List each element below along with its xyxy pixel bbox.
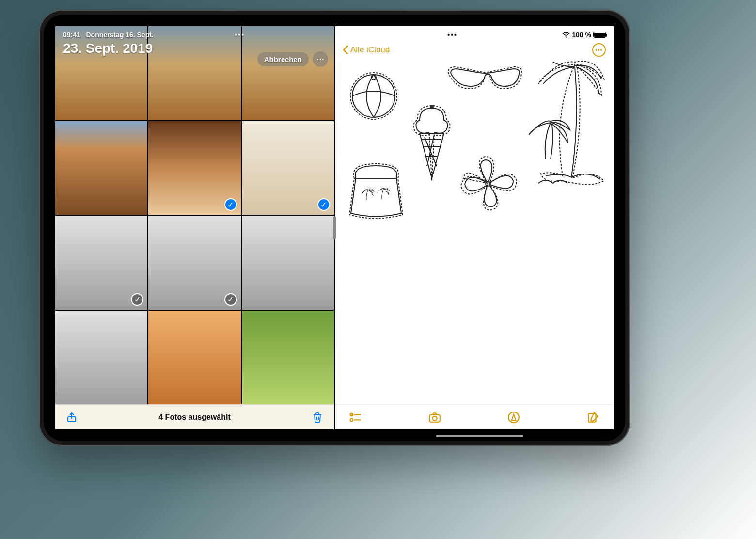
checklist-icon <box>349 411 362 424</box>
svg-point-1 <box>566 37 567 38</box>
camera-button[interactable] <box>428 411 441 424</box>
photo-thumbnail[interactable] <box>148 311 240 405</box>
svg-point-3 <box>352 75 395 117</box>
photos-toolbar: 4 Fotos ausgewählt <box>55 404 334 429</box>
chevron-left-icon <box>343 45 348 55</box>
status-bar-left: 09:41 Donnerstag 16. Sept. ••• <box>63 31 326 39</box>
ipad-screen: 09:41 Donnerstag 16. Sept. ••• 23. Sept.… <box>44 15 625 441</box>
note-canvas[interactable] <box>335 57 614 404</box>
selected-check-icon: ✓ <box>131 293 143 306</box>
delete-button[interactable] <box>311 411 324 424</box>
home-indicator[interactable] <box>145 435 233 437</box>
back-label: Alle iCloud <box>350 45 390 55</box>
status-battery: 100 % <box>562 31 606 39</box>
back-button[interactable]: Alle iCloud <box>343 45 390 55</box>
photo-thumbnail[interactable]: ✓ <box>55 216 147 310</box>
cancel-button[interactable]: Abbrechen <box>257 52 309 66</box>
checklist-button[interactable] <box>348 411 362 424</box>
status-time: 09:41 <box>63 31 80 39</box>
selected-check-icon: ✓ <box>317 198 330 211</box>
photos-app: 09:41 Donnerstag 16. Sept. ••• 23. Sept.… <box>55 26 334 429</box>
notes-app: ••• 100 % Alle iCloud ••• <box>335 26 614 429</box>
photo-thumbnail[interactable]: ✓ <box>148 216 240 310</box>
photo-thumbnail[interactable] <box>242 216 334 310</box>
battery-percent: 100 % <box>572 31 591 39</box>
svg-point-9 <box>350 418 353 421</box>
more-button[interactable]: ⋯ <box>313 51 328 67</box>
status-bar-right: ••• 100 % <box>335 31 614 39</box>
photo-thumbnail[interactable]: ✓ <box>242 121 334 215</box>
selected-check-icon: ✓ <box>224 293 237 306</box>
selected-check-icon: ✓ <box>224 198 237 211</box>
note-more-button[interactable]: ••• <box>592 43 606 57</box>
sketch-beach-bag <box>342 159 410 222</box>
photo-thumbnail[interactable] <box>242 311 334 405</box>
sketch-ice-cream <box>408 103 456 186</box>
split-view-handle[interactable] <box>333 216 336 239</box>
sketch-sunglasses <box>446 62 529 101</box>
svg-point-12 <box>432 416 437 420</box>
share-button[interactable] <box>65 411 79 424</box>
notes-toolbar <box>335 404 614 429</box>
markup-icon <box>507 411 520 424</box>
trash-icon <box>312 412 323 423</box>
ipad-device-frame: 09:41 Donnerstag 16. Sept. ••• 23. Sept.… <box>39 10 630 446</box>
sketch-palm-tree <box>529 57 611 193</box>
compose-icon <box>587 411 599 424</box>
svg-point-5 <box>430 106 433 109</box>
photos-grid: ✓✓✓✓ <box>55 26 334 404</box>
sketch-beach-ball <box>345 67 403 125</box>
share-icon <box>66 412 78 423</box>
selection-count-label: 4 Fotos ausgewählt <box>158 413 230 422</box>
markup-button[interactable] <box>507 411 520 424</box>
wifi-icon <box>562 32 570 38</box>
camera-icon <box>428 411 441 424</box>
photo-thumbnail[interactable]: ✓ <box>148 121 240 215</box>
compose-button[interactable] <box>586 411 600 424</box>
photo-thumbnail[interactable] <box>55 311 147 405</box>
sketch-flower <box>451 149 524 217</box>
home-indicator[interactable] <box>436 435 523 437</box>
photo-thumbnail[interactable] <box>55 121 147 215</box>
photos-header: 09:41 Donnerstag 16. Sept. ••• 23. Sept.… <box>55 26 334 59</box>
status-date: Donnerstag 16. Sept. <box>86 31 153 39</box>
multitask-dots-icon[interactable]: ••• <box>235 31 245 39</box>
ellipsis-icon: ⋯ <box>316 55 324 64</box>
multitask-dots-icon[interactable]: ••• <box>447 31 457 39</box>
ellipsis-icon: ••• <box>595 47 603 53</box>
